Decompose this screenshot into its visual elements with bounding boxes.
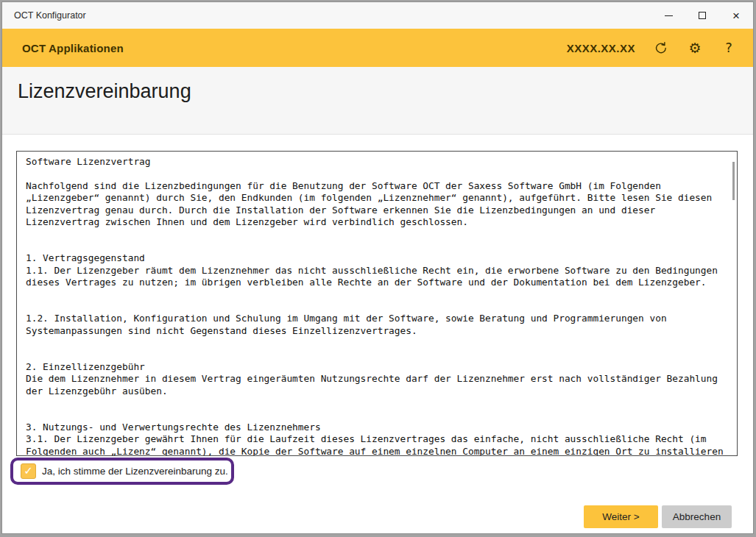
version-label: XXXX.XX.XX [567,42,635,54]
scrollbar-thumb[interactable] [732,162,735,200]
close-button[interactable]: × [719,2,753,29]
app-header-actions: XXXX.XX.XX ⚙ ? [567,29,737,67]
license-text-area[interactable]: Software Lizenzvertrag Nachfolgend sind … [16,151,738,456]
gear-icon: ⚙ [688,41,701,55]
page-header: Lizenzvereinbarung [2,67,753,135]
help-button[interactable]: ? [721,39,737,57]
maximize-icon [699,12,706,19]
app-title: OCT Applikationen [22,42,124,54]
content-area: Software Lizenzvertrag Nachfolgend sind … [2,135,753,533]
refresh-button[interactable] [653,39,669,57]
titlebar[interactable]: OCT Konfigurator × [2,2,753,29]
checkmark-icon: ✓ [24,466,33,477]
page-title: Lizenzvereinbarung [18,80,191,103]
minimize-icon [665,15,673,16]
agreement-checkbox[interactable]: ✓ [21,463,36,479]
app-window: OCT Konfigurator × OCT Applikationen XXX… [1,1,754,534]
help-icon: ? [725,41,732,54]
maximize-button[interactable] [685,2,719,29]
next-button[interactable]: Weiter > [584,505,658,528]
settings-button[interactable]: ⚙ [687,39,703,57]
agreement-label[interactable]: Ja, ich stimme der Lizenzvereinbarung zu… [42,466,228,477]
license-text: Software Lizenzvertrag Nachfolgend sind … [17,152,737,456]
annotation-highlight: ✓ Ja, ich stimme der Lizenzvereinbarung … [10,458,234,485]
refresh-icon [654,41,668,55]
window-controls: × [651,2,753,29]
app-header: OCT Applikationen XXXX.XX.XX ⚙ ? [2,29,753,67]
window-title: OCT Konfigurator [14,10,86,21]
minimize-button[interactable] [651,2,685,29]
close-icon: × [732,10,740,22]
cancel-button[interactable]: Abbrechen [662,505,732,528]
